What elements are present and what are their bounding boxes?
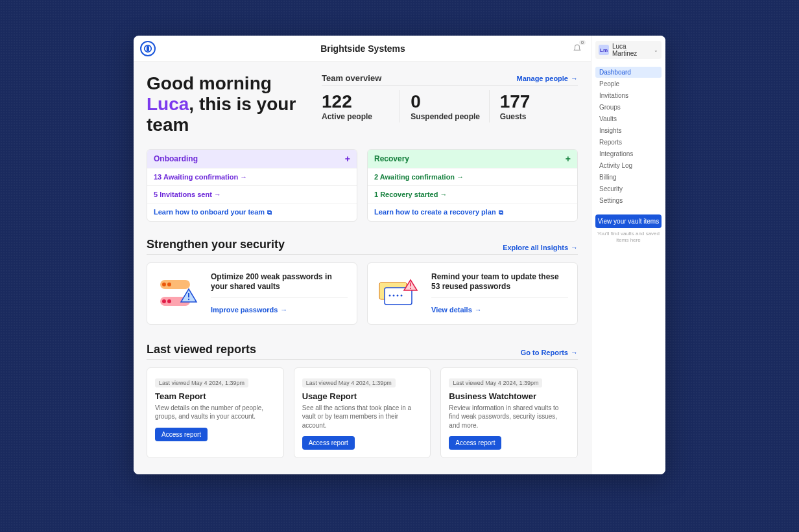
- svg-point-17: [410, 288, 411, 289]
- security-card-content: Optimize 200 weak passwords in your shar…: [211, 272, 348, 315]
- stat-label: Guests: [500, 112, 571, 121]
- row-label: Learn how to onboard your team: [154, 208, 265, 216]
- arrow-right-icon: →: [571, 75, 578, 82]
- reports-row: Last viewed May 4 2024, 1:39pm Team Repo…: [147, 367, 578, 459]
- arrow-right-icon: →: [280, 306, 287, 314]
- greeting: Good morning Luca, this is your team: [147, 73, 302, 136]
- report-desc: See all the actions that took place in a…: [302, 404, 423, 430]
- stats-row: 122 Active people 0 Suspended people 177…: [322, 90, 578, 122]
- access-report-button[interactable]: Access report: [302, 436, 355, 450]
- report-title: Business Watchtower: [449, 391, 569, 401]
- sidebar: Lm Luca Martinez ⌄ Dashboard People Invi…: [591, 36, 665, 474]
- nav-item-invitations[interactable]: Invitations: [595, 90, 662, 101]
- nav-item-reports[interactable]: Reports: [595, 137, 662, 148]
- user-name: Luca Martinez: [612, 43, 650, 57]
- arrow-right-icon: →: [440, 191, 447, 198]
- stat-suspended-people: 0 Suspended people: [400, 90, 488, 122]
- reports-title: Last viewed reports: [147, 343, 256, 356]
- link-label: View details: [431, 306, 472, 314]
- row-label: Learn how to create a recovery plan: [374, 208, 496, 216]
- stat-value: 122: [322, 91, 393, 112]
- recovery-header: Recovery +: [368, 150, 577, 168]
- recovery-card: Recovery + 2 Awaiting confirmation → 1 R…: [367, 149, 578, 222]
- onboarding-learn-link[interactable]: Learn how to onboard your team⧉: [147, 203, 357, 221]
- org-name: Brightside Systems: [156, 43, 570, 54]
- external-link-icon: ⧉: [499, 209, 503, 216]
- team-overview: Team overview Manage people→ 122 Active …: [322, 73, 578, 136]
- nav-item-groups[interactable]: Groups: [595, 102, 662, 113]
- manage-people-link[interactable]: Manage people→: [517, 75, 578, 82]
- report-desc: Review information in shared vaults to f…: [449, 404, 569, 430]
- row-label: 2 Awaiting confirmation: [374, 173, 455, 181]
- topbar: Brightside Systems 0: [134, 36, 591, 62]
- row-label: 1 Recovery started: [374, 191, 438, 198]
- svg-point-4: [162, 283, 166, 286]
- avatar: Lm: [599, 45, 609, 55]
- nav-item-dashboard[interactable]: Dashboard: [595, 67, 662, 78]
- onboarding-header: Onboarding +: [147, 150, 357, 168]
- arrow-right-icon: →: [571, 244, 578, 251]
- nav-item-billing[interactable]: Billing: [595, 172, 662, 183]
- security-cards-row: Optimize 200 weak passwords in your shar…: [147, 262, 578, 325]
- security-card-content: Remind your team to update these 53 reus…: [431, 272, 568, 315]
- row-label: 5 Invitations sent: [154, 191, 212, 198]
- stat-label: Suspended people: [411, 112, 482, 121]
- link-label: Improve passwords: [211, 306, 278, 314]
- recovery-row-started[interactable]: 1 Recovery started →: [368, 185, 577, 203]
- external-link-icon: ⧉: [267, 209, 272, 216]
- main-column: Brightside Systems 0 Good morning Luca, …: [134, 36, 591, 474]
- explore-insights-link[interactable]: Explore all Insights →: [503, 244, 578, 251]
- nav-item-activity-log[interactable]: Activity Log: [595, 160, 662, 171]
- access-report-button[interactable]: Access report: [449, 436, 501, 450]
- recovery-learn-link[interactable]: Learn how to create a recovery plan⧉: [368, 203, 577, 221]
- hero-section: Good morning Luca, this is your team Tea…: [147, 73, 578, 136]
- recovery-row-awaiting[interactable]: 2 Awaiting confirmation →: [368, 168, 577, 185]
- security-section-header: Strengthen your security Explore all Ins…: [147, 238, 578, 255]
- onboarding-row-invitations[interactable]: 5 Invitations sent →: [147, 185, 357, 203]
- nav-item-insights[interactable]: Insights: [595, 125, 662, 136]
- status-cards-row: Onboarding + 13 Awaiting confirmation → …: [147, 149, 578, 222]
- last-viewed-pill: Last viewed May 4 2024, 1:39pm: [302, 378, 396, 387]
- report-card-watchtower: Last viewed May 4 2024, 1:39pm Business …: [440, 367, 578, 459]
- notifications-button[interactable]: 0: [570, 41, 584, 56]
- plus-icon[interactable]: +: [566, 154, 571, 164]
- last-viewed-pill: Last viewed May 4 2024, 1:39pm: [449, 378, 542, 387]
- svg-rect-1: [147, 46, 149, 51]
- view-details-link[interactable]: View details →: [431, 306, 482, 314]
- security-card-reused-passwords: Remind your team to update these 53 reus…: [367, 262, 578, 325]
- svg-point-5: [167, 283, 171, 286]
- user-menu-button[interactable]: Lm Luca Martinez ⌄: [595, 41, 662, 59]
- arrow-right-icon: →: [457, 173, 464, 181]
- link-label: Go to Reports: [521, 349, 568, 356]
- page-body: Good morning Luca, this is your team Tea…: [134, 62, 591, 474]
- arrow-right-icon: →: [214, 191, 221, 198]
- svg-point-13: [393, 294, 395, 296]
- nav-item-security[interactable]: Security: [595, 183, 662, 194]
- report-desc: View details on the number of people, gr…: [155, 404, 276, 421]
- reports-section-header: Last viewed reports Go to Reports →: [147, 343, 578, 360]
- go-to-reports-link[interactable]: Go to Reports →: [521, 349, 578, 356]
- arrow-right-icon: →: [475, 306, 482, 314]
- stat-guests: 177 Guests: [489, 90, 578, 122]
- nav-item-integrations[interactable]: Integrations: [595, 148, 662, 159]
- security-card-heading: Remind your team to update these 53 reus…: [431, 272, 568, 298]
- overview-header: Team overview Manage people→: [322, 73, 578, 86]
- link-label: Explore all Insights: [503, 244, 568, 251]
- weak-passwords-illustration-icon: [156, 276, 202, 311]
- access-report-button[interactable]: Access report: [155, 428, 208, 441]
- arrow-right-icon: →: [240, 173, 247, 181]
- nav-item-people[interactable]: People: [595, 78, 662, 89]
- onboarding-card: Onboarding + 13 Awaiting confirmation → …: [147, 149, 357, 222]
- onboarding-row-awaiting[interactable]: 13 Awaiting confirmation →: [147, 168, 357, 185]
- nav-item-settings[interactable]: Settings: [595, 195, 662, 206]
- view-vault-items-button[interactable]: View your vault items: [595, 214, 662, 228]
- plus-icon[interactable]: +: [345, 154, 350, 164]
- improve-passwords-link[interactable]: Improve passwords →: [211, 306, 287, 314]
- stat-label: Active people: [322, 112, 393, 121]
- report-title: Team Report: [155, 391, 276, 401]
- last-viewed-pill: Last viewed May 4 2024, 1:39pm: [155, 378, 248, 387]
- svg-point-12: [389, 294, 391, 296]
- overview-title: Team overview: [322, 73, 381, 83]
- app-logo-icon[interactable]: [140, 41, 156, 56]
- nav-item-vaults[interactable]: Vaults: [595, 113, 662, 124]
